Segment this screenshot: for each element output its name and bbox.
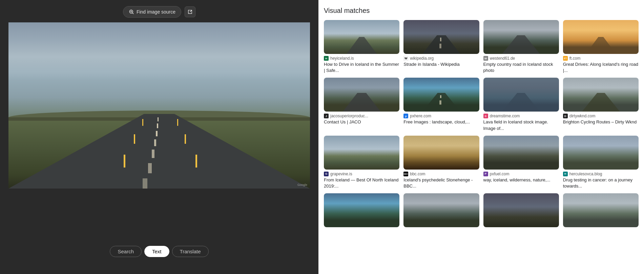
match-card-2[interactable]: W wikipedia.org Strade in Islanda - Wiki… [403,20,479,74]
external-link-icon [188,9,192,14]
svg-marker-25 [502,93,540,112]
match-thumb-10 [403,136,479,170]
svg-rect-23 [440,95,441,98]
thumb-road-3 [502,35,540,54]
favicon-11: P [483,172,488,176]
match-title-1: How to Drive in Iceland in the Summer | … [324,61,399,74]
domain-2: wikipedia.org [410,56,434,61]
tab-search[interactable]: 1 Search [110,246,142,257]
favicon-4: FT [563,56,568,61]
favicon-9: G [324,172,329,176]
svg-rect-11 [124,155,125,168]
tab-text[interactable]: Text [144,246,169,257]
bottom-tabs: 1 Search Text Translate [110,246,208,257]
svg-rect-4 [156,131,158,136]
svg-marker-15 [347,37,377,54]
right-panel: Visual matches H heyiceland.is How to Dr… [318,0,644,274]
svg-rect-6 [152,150,154,158]
svg-marker-26 [582,93,620,112]
match-title-5: Contact Us | JACO [324,119,399,125]
svg-rect-2 [158,117,159,121]
thumb-road-4 [586,37,616,54]
source-line-3: W westend61.de [483,56,559,61]
clouds [8,22,310,80]
toolbar: Find image source [0,0,318,22]
match-card-15[interactable] [483,193,559,229]
road-svg [8,114,310,189]
match-title-12: Drug testing in cancer: on a journey tow… [563,177,639,189]
external-link-button[interactable] [185,6,195,17]
match-thumb-11 [483,136,559,170]
domain-10: bbc.com [410,172,425,176]
svg-rect-13 [185,134,186,144]
match-title-4: Great Drives: Along Iceland's ring road … [563,61,639,74]
thumb-road-8 [582,93,620,112]
domain-3: westend61.de [490,56,515,61]
match-card-16[interactable] [563,193,639,229]
domain-12: herculesovca.blog [569,172,602,176]
find-source-button[interactable]: Find image source [123,6,181,18]
left-panel: Find image source × [0,0,318,274]
match-card-7[interactable]: D dreamstime.com Lava field in Iceland s… [483,78,559,131]
match-card-9[interactable]: G grapevine.is From Iceland — Best Of No… [324,136,399,189]
tab-translate[interactable]: Translate [172,246,209,257]
match-card-13[interactable] [324,193,399,229]
svg-marker-21 [343,93,381,112]
match-thumb-5 [324,78,399,112]
svg-rect-14 [195,155,197,168]
match-thumb-1 [324,20,399,54]
source-line-1: H heyiceland.is [324,56,399,61]
thumb-road-7 [502,93,540,112]
match-title-2: Strade in Islanda - Wikipedia [403,61,479,67]
thumb-road-2 [422,35,460,54]
main-image: Google [8,22,310,189]
svg-marker-20 [586,37,616,54]
match-thumb-12 [563,136,639,170]
favicon-6: p [403,114,408,118]
match-card-8[interactable]: D dirtywknd.com Brighton Cycling Routes … [563,78,639,131]
svg-rect-5 [154,139,156,146]
match-card-10[interactable]: BBC bbc.com Iceland's psychedelic Stoneh… [403,136,479,189]
source-line-4: FT ft.com [563,56,639,61]
domain-8: dirtywknd.com [569,114,596,118]
match-title-6: Free Images : landscape, cloud,... [403,119,479,125]
thumb-road-1 [347,37,377,54]
favicon-7: D [483,114,488,118]
match-card-3[interactable]: W westend61.de Empty country road in Ice… [483,20,559,74]
match-thumb-3 [483,20,559,54]
match-title-9: From Iceland — Best Of North Iceland 201… [324,177,399,189]
match-thumb-7 [483,78,559,112]
match-thumb-13 [324,193,399,227]
matches-grid: H heyiceland.is How to Drive in Iceland … [324,20,639,229]
favicon-2: W [403,56,408,61]
favicon-10: BBC [403,172,408,176]
match-thumb-6 [403,78,479,112]
svg-marker-1 [8,114,310,189]
domain-4: ft.com [569,56,581,61]
svg-rect-8 [143,178,147,189]
source-line-5: J jacosuperiorproduc... [324,114,399,118]
match-thumb-2 [403,20,479,54]
match-card-1[interactable]: H heyiceland.is How to Drive in Iceland … [324,20,399,74]
match-card-5[interactable]: J jacosuperiorproduc... Contact Us | JAC… [324,78,399,131]
match-card-6[interactable]: p pxhere.com Free Images : landscape, cl… [403,78,479,131]
svg-rect-10 [134,134,135,144]
source-line-7: D dreamstime.com [483,114,559,118]
svg-rect-9 [142,119,143,126]
match-card-11[interactable]: P pxfuel.com way, iceland, wilderness, n… [483,136,559,189]
svg-rect-18 [439,44,441,48]
match-card-12[interactable]: H herculesovca.blog Drug testing in canc… [563,136,639,189]
thumb-road-5 [343,93,381,112]
source-line-6: p pxhere.com [403,114,479,118]
match-card-14[interactable] [403,193,479,229]
match-card-4[interactable]: FT ft.com Great Drives: Along Iceland's … [563,20,639,74]
favicon-1: H [324,56,329,61]
svg-rect-7 [148,163,152,173]
match-title-10: Iceland's psychedelic Stonehenge - BBC..… [403,177,479,189]
favicon-3: W [483,56,488,61]
lens-icon [129,9,134,15]
domain-5: jacosuperiorproduc... [330,114,368,118]
domain-9: grapevine.is [330,172,352,176]
domain-7: dreamstime.com [490,114,520,118]
favicon-8: D [563,114,568,118]
